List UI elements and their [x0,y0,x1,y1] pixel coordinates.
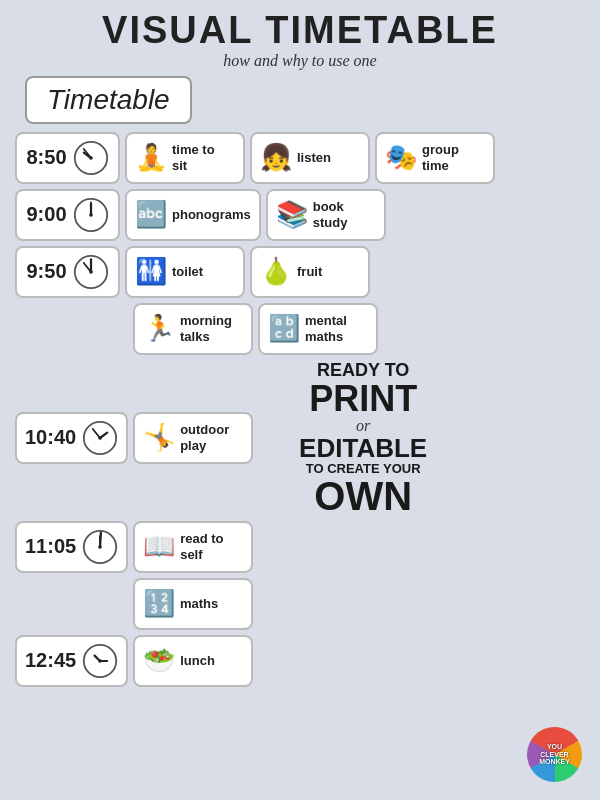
sit-label: time tosit [172,142,215,173]
clock-950 [73,254,109,290]
book-label: bookstudy [313,199,348,230]
print-panel: READY TO PRINT or EDITABLE TO CREATE YOU… [268,360,458,516]
time-text-1040: 10:40 [25,426,76,449]
group-label: grouptime [422,142,459,173]
editable-text: EDITABLE [268,435,458,461]
time-card-850: 8:50 [15,132,120,184]
outdoor-label: outdoorplay [180,422,229,453]
toilet-label: toilet [172,264,203,280]
fruit-icon: 🍐 [260,256,292,287]
row-1105: 11:05 📖 read toself [15,521,585,573]
activity-outdoor-play: 🤸 outdoorplay [133,412,253,464]
time-text-900: 9:00 [26,203,66,226]
main-title: VISUAL TIMETABLE [15,10,585,52]
clock-850 [73,140,109,176]
time-card-900: 9:00 [15,189,120,241]
lunch-label: lunch [180,653,215,669]
time-text-850: 8:50 [26,146,66,169]
activity-maths: 🔢 maths [133,578,253,630]
activity-fruit: 🍐 fruit [250,246,370,298]
time-card-1105: 11:05 [15,521,128,573]
activity-mental-maths: 🔡 mentalmaths [258,303,378,355]
time-text-950: 9:50 [26,260,66,283]
listen-label: listen [297,150,331,166]
own-text: OWN [268,476,458,516]
svg-point-11 [89,270,93,274]
toilet-icon: 🚻 [135,256,167,287]
sit-icon: 🧘 [135,142,167,173]
print-text: PRINT [268,381,458,417]
morning-icon: 🏃 [143,313,175,344]
svg-point-3 [89,156,93,160]
activity-group-time: 🎭 grouptime [375,132,495,184]
activity-book-study: 📚 bookstudy [266,189,386,241]
read-icon: 📖 [143,531,175,562]
time-text-1105: 11:05 [25,535,76,558]
activity-lunch: 🥗 lunch [133,635,253,687]
svg-point-15 [98,436,102,440]
row-850: 8:50 🧘 time tosit 👧 listen 🎭 grouptime [15,132,585,184]
svg-point-23 [98,659,102,663]
listen-icon: 👧 [260,142,292,173]
time-card-1040: 10:40 [15,412,128,464]
mental-label: mentalmaths [305,313,347,344]
clock-900 [73,197,109,233]
lunch-icon: 🥗 [143,645,175,676]
svg-point-19 [98,545,102,549]
maths-label: maths [180,596,218,612]
row-maths: 🔢 maths [133,578,585,630]
timetable-label: Timetable [25,76,192,124]
row-900: 9:00 🔤 phonograms 📚 bookstudy [15,189,585,241]
phonogram-icon: 🔤 [135,199,167,230]
activity-time-to-sit: 🧘 time tosit [125,132,245,184]
read-label: read toself [180,531,223,562]
outdoor-icon: 🤸 [143,422,175,453]
row-1040: 10:40 🤸 outdoorplay READY TO PRINT or ED… [15,360,585,516]
page: VISUAL TIMETABLE how and why to use one … [0,0,600,800]
svg-point-7 [89,213,93,217]
clock-1040 [82,420,118,456]
activity-phonograms: 🔤 phonograms [125,189,261,241]
row-no-time-1: 🏃 morningtalks 🔡 mentalmaths [133,303,585,355]
phonogram-label: phonograms [172,207,251,223]
subtitle: how and why to use one [15,52,585,70]
book-icon: 📚 [276,199,308,230]
mental-icon: 🔡 [268,313,300,344]
fruit-label: fruit [297,264,322,280]
logo-badge: YOU CLEVER MONKEY [527,727,582,782]
activity-read-self: 📖 read toself [133,521,253,573]
time-text-1245: 12:45 [25,649,76,672]
group-icon: 🎭 [385,142,417,173]
row-950: 9:50 🚻 toilet 🍐 fruit [15,246,585,298]
morning-label: morningtalks [180,313,232,344]
row-1245: 12:45 🥗 lunch [15,635,585,687]
activity-listen: 👧 listen [250,132,370,184]
clock-1245 [82,643,118,679]
logo-text: YOU CLEVER MONKEY [539,743,570,766]
time-card-1245: 12:45 [15,635,128,687]
activity-toilet: 🚻 toilet [125,246,245,298]
maths-icon: 🔢 [143,588,175,619]
activity-morning-talks: 🏃 morningtalks [133,303,253,355]
clock-1105 [82,529,118,565]
time-card-950: 9:50 [15,246,120,298]
